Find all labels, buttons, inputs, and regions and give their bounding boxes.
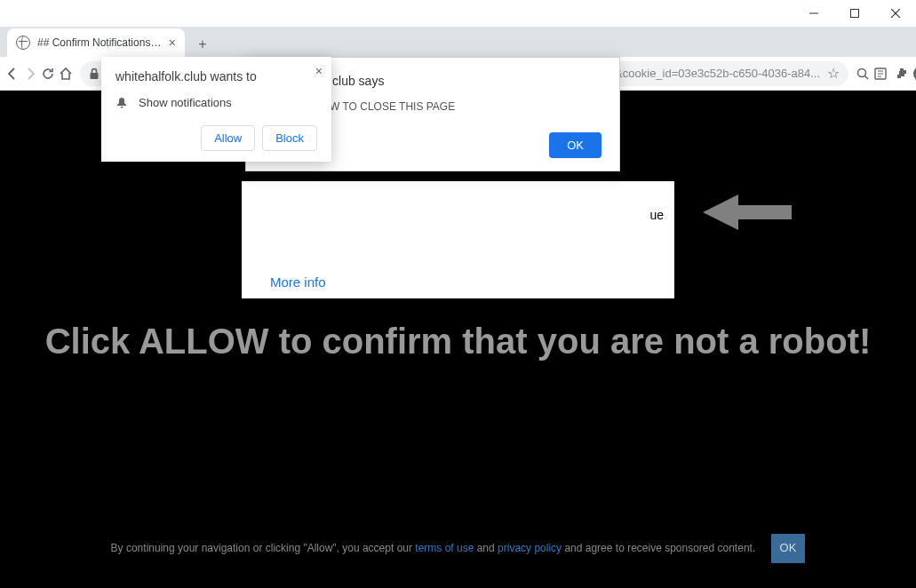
svg-point-5 <box>858 68 866 76</box>
alert-ok-button[interactable]: OK <box>549 132 601 158</box>
privacy-link[interactable]: privacy policy <box>498 542 562 554</box>
permission-prompt: × whitehalfolk.club wants to Show notifi… <box>101 57 331 162</box>
footer-ok-button[interactable]: OK <box>771 534 806 563</box>
svg-rect-4 <box>91 73 99 79</box>
lock-icon <box>89 68 100 80</box>
zoom-icon[interactable] <box>856 61 870 86</box>
reload-button[interactable] <box>41 61 55 86</box>
footer-pre: By continuing your navigation or clickin… <box>111 542 416 554</box>
window-titlebar <box>0 0 916 27</box>
footer-post: and agree to receive sponsored content. <box>562 542 755 554</box>
extensions-icon[interactable] <box>895 61 909 86</box>
arrow-icon <box>703 190 792 234</box>
permission-allow-button[interactable]: Allow <box>201 125 255 151</box>
page-headline: Click ALLOW to confirm that you are not … <box>0 322 916 362</box>
permission-item-label: Show notifications <box>139 96 232 109</box>
footer-and: and <box>474 542 498 554</box>
tab-strip: ## Confirm Notifications ## × + <box>0 27 916 57</box>
tab-close-icon[interactable]: × <box>169 36 176 50</box>
bookmark-star-icon[interactable]: ☆ <box>827 65 840 82</box>
footer-text: By continuing your navigation or clickin… <box>0 534 916 563</box>
window-maximize-button[interactable] <box>834 0 875 27</box>
tab-title: ## Confirm Notifications ## <box>37 36 162 49</box>
window-minimize-button[interactable] <box>793 0 834 27</box>
terms-link[interactable]: terms of use <box>415 542 474 554</box>
home-button[interactable] <box>59 61 73 86</box>
back-button[interactable] <box>5 61 20 86</box>
browser-tab[interactable]: ## Confirm Notifications ## × <box>7 28 185 57</box>
more-info-link[interactable]: More info <box>270 274 326 290</box>
new-tab-button[interactable]: + <box>190 32 215 57</box>
svg-line-6 <box>865 75 869 79</box>
forward-button[interactable] <box>23 61 37 86</box>
permission-title: whitehalfolk.club wants to <box>115 69 317 83</box>
bell-icon <box>115 97 128 109</box>
permission-close-icon[interactable]: × <box>315 64 323 78</box>
svg-rect-1 <box>851 10 859 18</box>
permission-item: Show notifications <box>115 96 317 109</box>
profile-icon[interactable] <box>912 61 916 86</box>
reader-icon[interactable] <box>873 61 888 86</box>
window-close-button[interactable] <box>875 0 916 27</box>
svg-marker-13 <box>703 195 792 230</box>
globe-icon <box>16 36 30 50</box>
panel-fragment-text: ue <box>649 208 664 222</box>
info-panel: ue More info <box>242 181 674 298</box>
permission-block-button[interactable]: Block <box>262 125 317 151</box>
